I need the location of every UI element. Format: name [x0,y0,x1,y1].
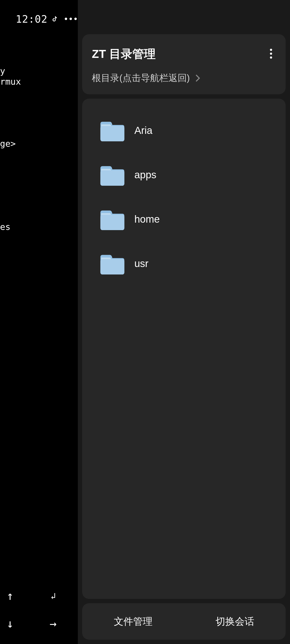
switch-session-button[interactable]: 切换会话 [184,615,286,628]
folder-item-usr[interactable]: usr [82,242,286,286]
folder-name: usr [134,258,149,270]
folder-name: apps [134,169,156,181]
svg-rect-5 [100,126,124,141]
clock-time: 12:02 [16,13,47,25]
svg-rect-6 [100,170,124,186]
breadcrumb-label: 根目录(点击导航栏返回) [92,72,190,84]
folder-icon [99,252,126,275]
more-menu-button[interactable] [268,47,274,60]
folder-item-apps[interactable]: apps [82,153,286,197]
folder-name: Aria [134,125,153,136]
svg-rect-8 [100,259,124,274]
page-title: ZT 目录管理 [92,46,276,62]
status-bar-left: 12:02 ••• [16,13,78,25]
file-manage-button[interactable]: 文件管理 [82,615,184,628]
terminal-line: y [0,66,5,76]
arrow-right-button[interactable]: → [46,616,60,631]
terminal-line: ge> [0,139,16,148]
folder-icon [99,163,126,186]
breadcrumb[interactable]: 根目录(点击导航栏返回) [92,72,276,84]
chevron-right-icon [195,74,200,82]
more-icon[interactable]: ••• [64,15,78,23]
arrow-up-button[interactable]: ↑ [3,588,17,603]
enter-button[interactable]: ↲ [46,588,60,603]
folder-icon [99,208,126,231]
arrow-down-button[interactable]: ↓ [3,616,17,631]
header-card: ZT 目录管理 根目录(点击导航栏返回) [82,34,286,94]
file-manager-panel: ZT 目录管理 根目录(点击导航栏返回) Aria apps [78,0,290,644]
folder-name: home [134,214,160,225]
folder-item-home[interactable]: home [82,197,286,242]
terminal-panel: 12:02 ••• y rmux ge> es ↑ ↓ ↲ → [0,0,75,644]
tiktok-icon[interactable] [52,16,59,23]
bottom-bar: 文件管理 切换会话 [82,603,286,640]
folder-list: Aria apps home usr [82,99,286,599]
svg-rect-7 [100,215,124,230]
nav-arrows: ↑ ↓ ↲ → [0,588,75,637]
terminal-line: es [0,222,10,232]
folder-icon [99,119,126,142]
folder-item-aria[interactable]: Aria [82,108,286,153]
terminal-line: rmux [0,77,21,86]
